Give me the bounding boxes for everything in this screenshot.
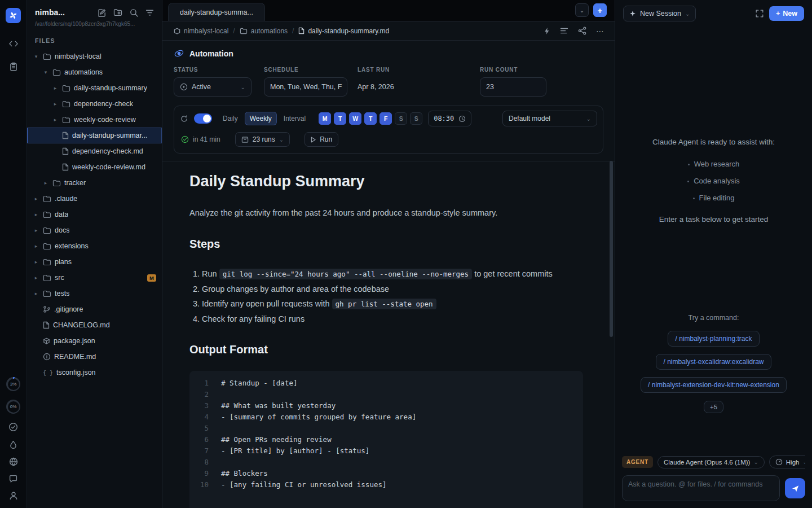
tree-item-nimbalyst-local[interactable]: ▾nimbalyst-local — [27, 49, 162, 64]
tree-item-package-json[interactable]: package.json — [27, 333, 162, 349]
last-run-field: LAST RUN Apr 8, 2026 — [358, 67, 480, 97]
tree-item-daily-standup-summary-md[interactable]: daily-standup-summar... — [27, 128, 162, 143]
tree-item-claude[interactable]: ▸.claude — [27, 191, 162, 207]
tree-item-changelog[interactable]: CHANGELOG.md — [27, 317, 162, 333]
tree-item-dependency-check-folder[interactable]: ▸dependency-check — [27, 96, 162, 112]
steps-list: Run git log --since="24 hours ago" --all… — [202, 266, 583, 326]
run-count-value[interactable]: 23 — [480, 77, 546, 97]
tree-item-docs[interactable]: ▸docs — [27, 222, 162, 238]
filter-icon[interactable] — [145, 9, 154, 16]
day-monday[interactable]: M — [319, 112, 331, 125]
droplet-icon[interactable] — [10, 440, 17, 449]
tree-item-src[interactable]: ▸srcM — [27, 270, 162, 286]
folder-icon — [52, 179, 61, 187]
model-selector[interactable]: Claude Agent (Opus 4.6 (1M)) ⌄ — [657, 456, 765, 468]
folder-icon — [43, 259, 51, 266]
enabled-toggle[interactable] — [194, 113, 212, 124]
frequency-option-weekly[interactable]: Weekly — [245, 112, 277, 125]
tab-list-dropdown[interactable]: ⌄ — [575, 3, 589, 17]
message-input[interactable] — [622, 475, 780, 501]
breadcrumb: nimbalyst-local / automations / daily-st… — [162, 21, 615, 41]
tree-item-daily-standup-summary-folder[interactable]: ▸daily-standup-summary — [27, 80, 162, 96]
cpu-usage-indicator[interactable]: 3% — [6, 377, 20, 391]
code-line: 9## Blockers — [189, 468, 583, 479]
tree-item-readme[interactable]: README.md — [27, 349, 162, 365]
schedule-row: Daily Weekly Interval M T W T F S S — [174, 106, 603, 130]
folder-icon — [62, 85, 70, 92]
day-wednesday[interactable]: W — [349, 112, 361, 125]
more-options-icon[interactable]: ⋯ — [596, 28, 604, 34]
tree-item-dependency-check-md[interactable]: dependency-check.md — [27, 143, 162, 159]
new-tab-button[interactable]: + — [593, 3, 607, 17]
file-icon — [43, 321, 50, 329]
breadcrumb-repo[interactable]: nimbalyst-local — [174, 27, 228, 35]
day-thursday[interactable]: T — [364, 112, 377, 125]
code-line: 2 — [189, 389, 583, 400]
model-select[interactable]: Default model ⌄ — [502, 111, 597, 126]
effort-selector[interactable]: High ⌄ — [769, 456, 805, 468]
new-session-button[interactable]: New Session ⌄ — [623, 6, 696, 21]
frequency-option-interval[interactable]: Interval — [279, 112, 311, 125]
edit-icon[interactable] — [98, 8, 106, 17]
file-icon — [62, 147, 69, 155]
chat-icon[interactable] — [9, 475, 17, 483]
tab-daily-standup-summary[interactable]: daily-standup-summa... — [168, 3, 265, 21]
run-count-field: RUN COUNT 23 — [480, 67, 553, 97]
code-view-icon[interactable] — [8, 40, 19, 47]
day-saturday[interactable]: S — [395, 112, 407, 125]
tree-item-tests[interactable]: ▸tests — [27, 286, 162, 301]
runs-history-dropdown[interactable]: 23 runs ⌄ — [235, 132, 290, 147]
send-button[interactable] — [785, 478, 805, 498]
command-chip-new-extension[interactable]: / nimbalyst-extension-dev-kit:new-extens… — [641, 377, 787, 393]
tree-item-extensions[interactable]: ▸extensions — [27, 238, 162, 254]
sync-icon[interactable] — [180, 115, 188, 123]
check-circle-icon — [181, 135, 189, 143]
breadcrumb-folder[interactable]: automations — [240, 27, 288, 35]
command-chip-planning-track[interactable]: / nimbalyst-planning:track — [668, 331, 759, 347]
day-friday[interactable]: F — [379, 112, 392, 125]
info-icon — [43, 353, 51, 361]
more-commands-chip[interactable]: +5 — [704, 401, 723, 413]
memory-usage-indicator[interactable]: 0% — [6, 400, 20, 414]
share-graph-icon[interactable] — [578, 27, 586, 35]
outline-list-icon[interactable] — [560, 27, 568, 34]
tree-item-weekly-code-review-md[interactable]: weekly-code-review.md — [27, 159, 162, 175]
run-button[interactable]: Run — [304, 132, 338, 147]
profile-icon[interactable] — [9, 491, 18, 500]
tree-item-tracker[interactable]: ▸tracker — [27, 175, 162, 191]
globe-icon[interactable] — [9, 457, 18, 466]
fullscreen-icon[interactable] — [756, 10, 764, 17]
tree-item-weekly-code-review-folder[interactable]: ▸weekly-code-review — [27, 112, 162, 128]
check-circle-icon[interactable] — [8, 422, 18, 432]
search-icon[interactable] — [130, 8, 138, 17]
chevron-down-icon: ⌄ — [802, 459, 805, 465]
message-input-row — [622, 475, 805, 501]
frequency-option-daily[interactable]: Daily — [218, 112, 243, 125]
new-chat-button[interactable]: +New — [769, 6, 804, 21]
status-select[interactable]: Active ⌄ — [174, 77, 251, 97]
agent-badge: AGENT — [622, 456, 653, 468]
schedule-input[interactable]: Mon, Tue, Wed, Thu, F — [264, 77, 347, 97]
day-sunday[interactable]: S — [410, 112, 422, 125]
weekday-picker: M T W T F S S — [319, 112, 422, 125]
day-tuesday[interactable]: T — [334, 112, 346, 125]
time-input[interactable]: 08:30 — [428, 111, 471, 126]
tree-item-data[interactable]: ▸data — [27, 207, 162, 222]
command-chip-excalidraw[interactable]: / nimbalyst-excalidraw:excalidraw — [656, 354, 771, 370]
tree-item-tsconfig[interactable]: { }tsconfig.json — [27, 365, 162, 380]
tasks-icon[interactable] — [8, 62, 19, 71]
zap-icon[interactable] — [544, 27, 550, 35]
app-logo-icon[interactable] — [6, 8, 21, 23]
breadcrumb-file[interactable]: daily-standup-summary.md — [298, 27, 389, 35]
run-row: in 41 min 23 runs ⌄ Run — [174, 130, 603, 153]
scrollbar-thumb[interactable] — [610, 161, 613, 337]
tree-item-automations[interactable]: ▾automations — [27, 64, 162, 80]
new-folder-icon[interactable] — [113, 8, 122, 16]
doc-intro: Analyze the git activity from the past 2… — [189, 208, 583, 217]
tree-item-gitignore[interactable]: .gitignore — [27, 301, 162, 317]
bullet-dot — [688, 164, 690, 165]
braces-icon: { } — [43, 370, 53, 376]
bullet-dot — [687, 181, 689, 182]
code-line: 1# Standup - [date] — [189, 378, 583, 389]
tree-item-plans[interactable]: ▸plans — [27, 254, 162, 270]
